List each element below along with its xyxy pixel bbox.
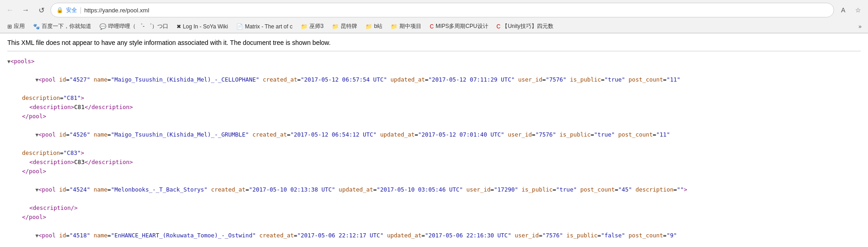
pool2-desc-attr-line: description="C83"> xyxy=(7,148,861,158)
bookmark-apps-label: 应用 xyxy=(14,22,25,30)
secure-label: 安全 xyxy=(66,6,77,14)
nav-bar: ← → ↺ 🔒 安全 | https://yande.re/pool.xml A… xyxy=(0,0,868,20)
forward-button[interactable]: → xyxy=(19,4,32,16)
soya-icon: ✖ xyxy=(177,23,181,30)
bookmark-star-button[interactable]: ☆ xyxy=(851,4,864,16)
page-content: This XML file does not appear to have an… xyxy=(0,33,868,247)
pools-root-line: ▼<pools> xyxy=(7,57,861,66)
apps-icon: ⊞ xyxy=(7,23,12,30)
mips-icon: C xyxy=(430,23,434,30)
bookmark-kuntepai[interactable]: 📁 昆特牌 xyxy=(328,21,361,32)
bookmark-midterm[interactable]: 📁 期中项目 xyxy=(387,21,425,32)
translate-button[interactable]: A xyxy=(837,4,850,16)
pools-triangle[interactable]: ▼ xyxy=(7,59,11,65)
bookmark-unity[interactable]: C 【Unity技巧】四元数 xyxy=(493,21,557,32)
bookmark-unity-label: 【Unity技巧】四元数 xyxy=(502,22,553,30)
bookmark-kuntepai-label: 昆特牌 xyxy=(341,22,357,30)
pool3-open-line: ▼<pool id="4524" name="Melonbooks_-_T_Ba… xyxy=(7,176,861,203)
pool1-desc-line: <description>C81</description> xyxy=(7,103,861,112)
bookmark-soya-label: Log In - SoYa Wiki xyxy=(183,23,228,30)
bilibili-icon: 💬 xyxy=(100,23,106,30)
url-text: https://yande.re/pool.xml xyxy=(84,7,828,14)
pool3-desc-self-line: <description/> xyxy=(7,203,861,213)
bookmark-wushi3-label: 巫师3 xyxy=(310,22,324,30)
bookmark-matrix-label: Matrix - The art of c xyxy=(245,23,293,30)
bookmarks-more-button[interactable]: » xyxy=(856,22,864,31)
bookmark-bzhan-label: b站 xyxy=(374,22,383,30)
unity-icon: C xyxy=(497,23,501,30)
midterm-icon: 📁 xyxy=(391,23,398,30)
bookmark-baidu-label: 百度一下，你就知道 xyxy=(42,22,91,30)
pool1-close-line: </pool> xyxy=(7,112,861,121)
bookmarks-bar: ⊞ 应用 🐾 百度一下，你就知道 💬 哔哩哔哩（ ゜- ゜）つ口 ✖ Log I… xyxy=(0,20,868,33)
bzhan-icon: 📁 xyxy=(365,23,372,30)
star-icon: ☆ xyxy=(855,6,861,14)
address-separator: | xyxy=(80,6,82,14)
bookmark-bilibili[interactable]: 💬 哔哩哔哩（ ゜- ゜）つ口 xyxy=(96,21,172,32)
pool1-open-line: ▼<pool id="4527" name="Maigo_Tsuushin_(K… xyxy=(7,66,861,93)
lock-icon: 🔒 xyxy=(56,7,63,13)
kuntepai-icon: 📁 xyxy=(332,23,339,30)
nav-right-icons: A ☆ xyxy=(837,4,864,16)
bookmark-bzhan[interactable]: 📁 b站 xyxy=(362,21,387,32)
bookmark-mips[interactable]: C MIPS多周期CPU设计 xyxy=(426,21,492,32)
pool1-triangle[interactable]: ▼ xyxy=(35,77,39,83)
pool2-triangle[interactable]: ▼ xyxy=(35,132,39,138)
browser-chrome: ← → ↺ 🔒 安全 | https://yande.re/pool.xml A… xyxy=(0,0,868,33)
pool3-close-line: </pool> xyxy=(7,213,861,222)
bookmark-wushi3[interactable]: 📁 巫师3 xyxy=(297,21,327,32)
reload-button[interactable]: ↺ xyxy=(35,4,48,16)
pool2-open-line: ▼<pool id="4526" name="Maigo_Tsuushin_(K… xyxy=(7,121,861,148)
bookmark-baidu[interactable]: 🐾 百度一下，你就知道 xyxy=(29,21,95,32)
xml-tree: ▼<pools> ▼<pool id="4527" name="Maigo_Ts… xyxy=(7,57,861,247)
pool2-desc-line: <description>C83</description> xyxy=(7,158,861,167)
bookmark-midterm-label: 期中项目 xyxy=(399,22,421,30)
pool3-triangle[interactable]: ▼ xyxy=(35,187,39,193)
bookmark-bilibili-label: 哔哩哔哩（ ゜- ゜）つ口 xyxy=(108,22,168,30)
address-bar[interactable]: 🔒 安全 | https://yande.re/pool.xml xyxy=(50,3,834,17)
pool2-close-line: </pool> xyxy=(7,167,861,176)
translate-icon: A xyxy=(841,6,845,14)
bookmark-mips-label: MIPS多周期CPU设计 xyxy=(436,22,488,30)
baidu-icon: 🐾 xyxy=(33,23,40,30)
back-button[interactable]: ← xyxy=(4,4,17,16)
xml-notice: This XML file does not appear to have an… xyxy=(7,39,861,51)
bookmark-apps[interactable]: ⊞ 应用 xyxy=(4,21,28,32)
bookmark-matrix[interactable]: 📄 Matrix - The art of c xyxy=(232,22,296,31)
pool4-open-line: ▼<pool id="4518" name="EnHANCE_HEART_(Ro… xyxy=(7,222,861,247)
pool4-triangle[interactable]: ▼ xyxy=(35,233,39,239)
wushi3-icon: 📁 xyxy=(301,23,308,30)
pool1-desc-attr-line: description="C81"> xyxy=(7,93,861,103)
matrix-icon: 📄 xyxy=(236,23,243,30)
bookmark-soya[interactable]: ✖ Log In - SoYa Wiki xyxy=(173,22,232,31)
